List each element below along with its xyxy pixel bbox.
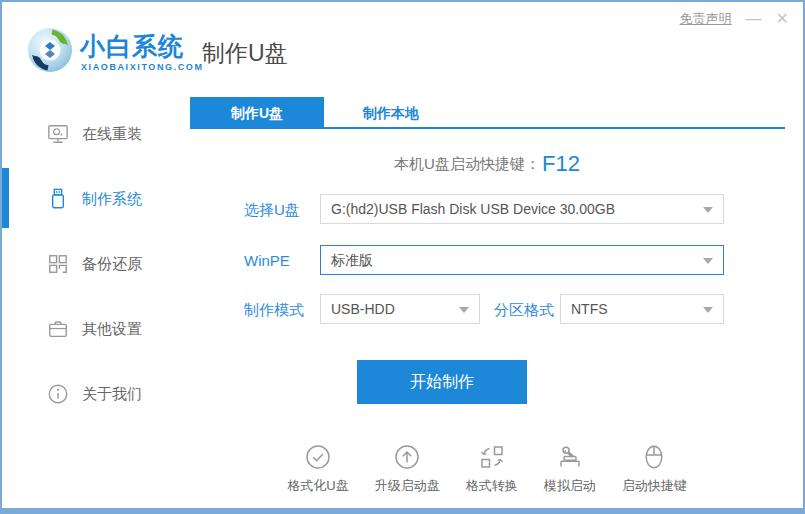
usb-select-label: 选择U盘 [244, 195, 300, 225]
footer-toolbar: 格式化U盘 升级启动盘 格式 [187, 444, 787, 495]
minimize-icon[interactable]: — [746, 11, 762, 27]
sidebar-item-label: 制作系统 [82, 190, 142, 209]
monitor-icon [47, 123, 69, 145]
tool-label: 模拟启动 [544, 477, 596, 495]
usb-select-value: G:(hd2)USB Flash Disk USB Device 30.00GB [331, 195, 615, 223]
tool-format-convert[interactable]: 格式转换 [466, 444, 518, 495]
tab-make-usb[interactable]: 制作U盘 [190, 97, 324, 129]
sidebar-item-label: 备份还原 [82, 255, 142, 274]
usb-drive-icon [47, 188, 69, 210]
sidebar-item-backup-restore[interactable]: 备份还原 [2, 244, 187, 284]
page-title: 制作U盘 [202, 38, 288, 69]
winpe-select-label: WinPE [244, 246, 290, 276]
partition-select-label: 分区格式 [494, 295, 554, 325]
tool-simulate-boot[interactable]: 模拟启动 [544, 444, 596, 495]
backup-grid-icon [47, 253, 69, 275]
tool-label: 升级启动盘 [375, 477, 440, 495]
usb-select[interactable]: G:(hd2)USB Flash Disk USB Device 30.00GB [320, 194, 724, 224]
mode-select-label: 制作模式 [244, 295, 304, 325]
winpe-select-value: 标准版 [331, 246, 373, 274]
partition-select-value: NTFS [571, 295, 608, 323]
tool-label: 格式转换 [466, 477, 518, 495]
mouse-icon [641, 444, 667, 470]
sidebar-item-make-system[interactable]: 制作系统 [2, 179, 187, 219]
brand-name: 小白系统 [80, 30, 184, 63]
mode-select[interactable]: USB-HDD [320, 294, 480, 324]
winpe-select[interactable]: 标准版 [320, 245, 724, 275]
sidebar-item-label: 在线重装 [82, 125, 142, 144]
check-circle-icon [305, 444, 331, 470]
window-bottom-edge [2, 508, 803, 512]
start-make-button[interactable]: 开始制作 [357, 360, 527, 404]
info-circle-icon [47, 383, 69, 405]
partition-select[interactable]: NTFS [560, 294, 724, 324]
app-window: 免责声明 — ✕ 小白系统 XIAOBAIXITONG.COM 制作U盘 [0, 0, 805, 514]
tool-label: 格式化U盘 [287, 477, 348, 495]
arrow-up-circle-icon [394, 444, 420, 470]
sidebar-item-about-us[interactable]: 关于我们 [2, 374, 187, 414]
tab-bar: 制作U盘 制作本地 [190, 97, 785, 129]
boot-hotkey-row: 本机U盘启动快捷键：F12 [187, 151, 787, 177]
chevron-down-icon [703, 307, 713, 313]
window-controls: 免责声明 — ✕ [680, 10, 789, 28]
boot-hotkey-value: F12 [542, 151, 580, 176]
sidebar-item-label: 其他设置 [82, 320, 142, 339]
convert-icon [479, 444, 505, 470]
tool-boot-hotkey[interactable]: 启动快捷键 [622, 444, 687, 495]
tool-label: 启动快捷键 [622, 477, 687, 495]
tab-make-local[interactable]: 制作本地 [324, 97, 458, 129]
brand-domain: XIAOBAIXITONG.COM [81, 62, 204, 72]
close-icon[interactable]: ✕ [776, 11, 789, 27]
tool-upgrade-boot-disk[interactable]: 升级启动盘 [375, 444, 440, 495]
sidebar-item-other-settings[interactable]: 其他设置 [2, 309, 187, 349]
chevron-down-icon [703, 207, 713, 213]
sidebar-item-online-reinstall[interactable]: 在线重装 [2, 114, 187, 154]
disclaimer-link[interactable]: 免责声明 [680, 10, 732, 28]
stamp-icon [557, 444, 583, 470]
boot-hotkey-label: 本机U盘启动快捷键： [394, 155, 540, 172]
briefcase-icon [47, 318, 69, 340]
sidebar-item-label: 关于我们 [82, 385, 142, 404]
app-logo-icon [26, 26, 74, 74]
chevron-down-icon [703, 258, 713, 264]
mode-select-value: USB-HDD [331, 295, 395, 323]
tool-format-usb[interactable]: 格式化U盘 [287, 444, 348, 495]
chevron-down-icon [459, 307, 469, 313]
